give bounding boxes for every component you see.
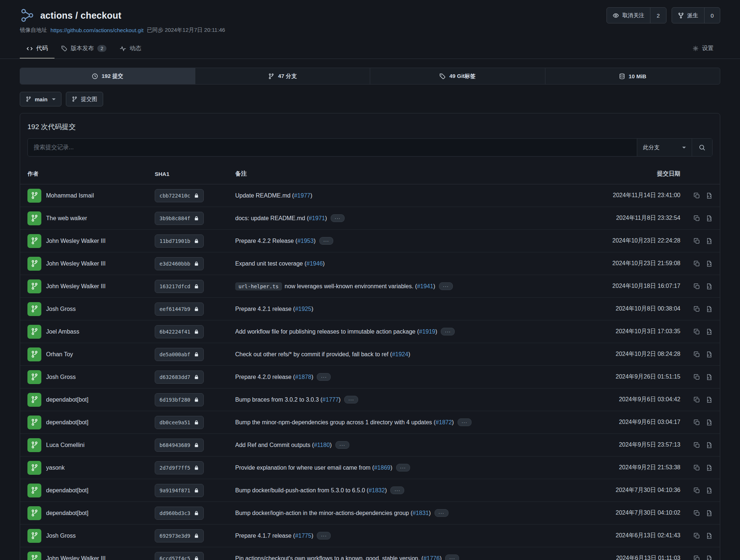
author-avatar[interactable] [27,416,41,429]
author-avatar[interactable] [27,393,41,407]
expand-commit-button[interactable]: ··· [317,532,331,540]
copy-sha-button[interactable] [694,533,700,539]
expand-commit-button[interactable]: ··· [441,328,455,335]
browse-source-button[interactable] [706,555,713,560]
browse-source-button[interactable] [706,238,713,244]
repo-title[interactable]: actions / checkout [40,10,121,21]
commit-message-text[interactable]: Pin actions/checkout's own workflows to … [235,555,423,560]
copy-sha-button[interactable] [694,260,700,267]
expand-commit-button[interactable]: ··· [335,441,349,449]
copy-sha-button[interactable] [694,238,700,244]
author-avatar[interactable] [27,506,41,520]
copy-sha-button[interactable] [694,487,700,494]
stat-commits[interactable]: 192 提交 [20,68,195,84]
browse-source-button[interactable] [706,328,713,335]
commit-issue-link[interactable]: #1872 [436,419,452,425]
commit-message-text[interactable]: Add Ref and Commit outputs ( [235,442,314,448]
commit-message-text[interactable]: Bump the minor-npm-dependencies group ac… [235,419,436,425]
browse-source-button[interactable] [706,487,713,494]
author-name[interactable]: dependabot[bot] [46,396,89,403]
copy-sha-button[interactable] [694,306,700,312]
author-avatar[interactable] [27,370,41,384]
commit-message-text[interactable]: Bump docker/login-action in the minor-ac… [235,510,413,516]
author-name[interactable]: dependabot[bot] [46,510,89,516]
stat-size[interactable]: 10 MiB [545,68,720,84]
commit-issue-link[interactable]: #1869 [374,465,391,471]
expand-commit-button[interactable]: ··· [396,464,410,471]
browse-source-button[interactable] [706,215,713,222]
tab-settings[interactable]: 设置 [686,38,720,59]
author-avatar[interactable] [27,347,41,361]
author-name[interactable]: Josh Gross [46,306,76,312]
expand-commit-button[interactable]: ··· [435,509,448,517]
author-avatar[interactable] [27,279,41,293]
commit-issue-link[interactable]: #1878 [295,374,312,380]
commit-sha-button[interactable]: 2d7d9f7ff5 [155,461,204,474]
author-name[interactable]: John Wesley Walker III [46,260,106,267]
commit-sha-button[interactable]: 3b9b8c884f [155,212,204,225]
forks-count[interactable]: 0 [704,8,720,23]
commit-issue-link[interactable]: #1777 [322,396,339,403]
commit-message-text[interactable]: Provide explanation for where user email… [235,465,374,471]
commit-sha-button[interactable]: b684943689 [155,439,204,452]
branch-filter-select[interactable]: 此分支 [637,139,692,156]
browse-source-button[interactable] [706,396,713,403]
commit-issue-link[interactable]: #1925 [295,306,312,312]
browse-source-button[interactable] [706,374,713,380]
author-name[interactable]: Orhan Toy [46,351,73,358]
author-avatar[interactable] [27,211,41,225]
author-name[interactable]: dependabot[bot] [46,487,89,494]
watchers-count[interactable]: 2 [650,8,666,23]
commit-sha-button[interactable]: 6b42224f41 [155,325,204,338]
commit-message-text[interactable]: Prepare 4.2.0 release ( [235,374,295,380]
commit-sha-button[interactable]: d632683dd7 [155,371,204,384]
commit-message-text[interactable]: Update README.md ( [235,192,294,199]
author-name[interactable]: John Wesley Walker III [46,555,106,560]
author-avatar[interactable] [27,552,41,560]
expand-commit-button[interactable]: ··· [344,396,358,403]
commit-issue-link[interactable]: #1946 [307,260,323,267]
browse-source-button[interactable] [706,351,713,358]
author-name[interactable]: dependabot[bot] [46,419,89,426]
tab-activity[interactable]: 动态 [113,38,148,59]
author-name[interactable]: yasonk [46,465,65,471]
commit-message-text[interactable]: Check out other refs/* by commit if prov… [235,351,392,357]
tab-releases[interactable]: 版本发布 2 [55,38,113,59]
copy-sha-button[interactable] [694,396,700,403]
expand-commit-button[interactable]: ··· [319,237,333,245]
commit-sha-button[interactable]: 163217dfcd [155,280,204,293]
copy-sha-button[interactable] [694,419,700,426]
copy-sha-button[interactable] [694,442,700,448]
commit-message-text[interactable]: Prepare 4.2.2 Release ( [235,238,297,244]
stat-branches[interactable]: 47 分支 [195,68,370,84]
expand-commit-button[interactable]: ··· [390,486,404,494]
commit-message-text[interactable]: Bump braces from 3.0.2 to 3.0.3 ( [235,396,322,403]
stat-tags[interactable]: 49 Git标签 [370,68,545,84]
commit-sha-button[interactable]: 6ccd57f4c5 [155,552,204,560]
browse-source-button[interactable] [706,510,713,516]
copy-sha-button[interactable] [694,555,700,560]
copy-sha-button[interactable] [694,215,700,222]
commit-message-text[interactable]: docs: update README.md ( [235,215,309,221]
copy-sha-button[interactable] [694,192,700,199]
fork-button[interactable]: 派生 [672,8,704,23]
commit-search-input[interactable] [28,139,637,156]
commit-issue-link[interactable]: #1180 [314,442,330,448]
expand-commit-button[interactable]: ··· [439,282,453,290]
copy-sha-button[interactable] [694,328,700,335]
commit-sha-button[interactable]: 6d193bf280 [155,393,204,406]
commit-issue-link[interactable]: #1776 [423,555,440,560]
copy-sha-button[interactable] [694,510,700,516]
browse-source-button[interactable] [706,465,713,471]
copy-sha-button[interactable] [694,351,700,358]
expand-commit-button[interactable]: ··· [317,373,331,381]
commit-sha-button[interactable]: eef61447b9 [155,302,204,316]
author-name[interactable]: Joel Ambass [46,328,79,335]
author-avatar[interactable] [27,461,41,475]
commit-sha-button[interactable]: 692973e3d9 [155,529,204,542]
author-name[interactable]: Luca Comellini [46,442,84,448]
author-avatar[interactable] [27,325,41,339]
browse-source-button[interactable] [706,306,713,312]
author-name[interactable]: Josh Gross [46,533,76,539]
author-avatar[interactable] [27,302,41,316]
